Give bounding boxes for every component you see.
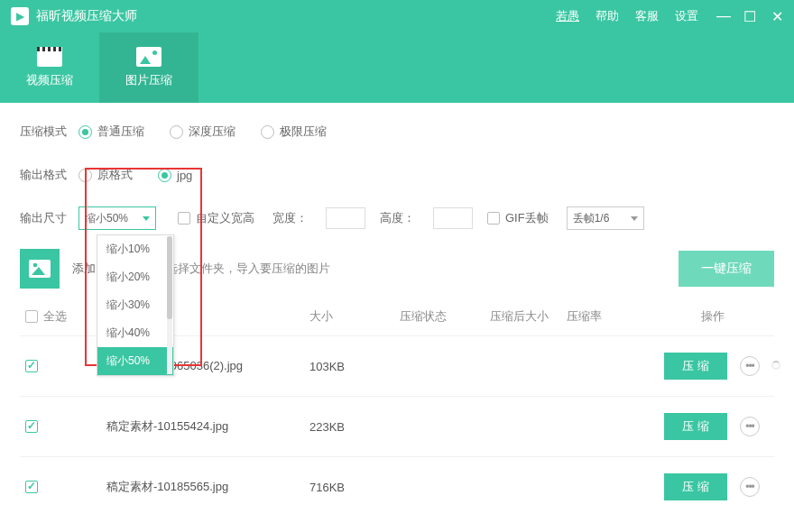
col-op: 操作 — [657, 308, 769, 325]
dropdown-option[interactable]: 缩小10% — [97, 235, 173, 263]
radio-jpg[interactable]: jpg — [158, 169, 192, 182]
label-size: 输出尺寸 — [20, 210, 78, 226]
titlebar-help[interactable]: 帮助 — [596, 8, 619, 24]
folder-hint: 选择文件夹，导入要压缩的图片 — [166, 261, 330, 277]
compress-button[interactable]: 压 缩 — [664, 413, 727, 440]
dropdown-option[interactable]: 缩小50% — [97, 347, 173, 375]
radio-normal[interactable]: 普通压缩 — [78, 124, 144, 140]
label-width: 宽度： — [272, 210, 308, 226]
size-select-value: 缩小50% — [85, 211, 128, 226]
width-input[interactable] — [326, 207, 365, 229]
radio-extreme[interactable]: 极限压缩 — [261, 124, 327, 140]
file-size: 103KB — [309, 360, 400, 373]
tab-video-compress[interactable]: 视频压缩 — [0, 32, 99, 103]
titlebar-settings[interactable]: 设置 — [675, 8, 698, 24]
col-after: 压缩后大小 — [490, 308, 567, 325]
compress-button[interactable]: 压 缩 — [664, 473, 727, 500]
col-status: 压缩状态 — [400, 308, 490, 325]
size-dropdown[interactable]: 缩小10%缩小20%缩小30%缩小40%缩小50% — [97, 234, 174, 376]
chevron-down-icon — [143, 216, 150, 221]
label-select-all: 全选 — [43, 308, 67, 325]
file-size: 223KB — [309, 420, 400, 434]
height-input[interactable] — [433, 207, 473, 229]
app-title: 福昕视频压缩大师 — [36, 8, 137, 24]
file-size: 716KB — [309, 481, 400, 494]
size-select[interactable]: 缩小50% — [78, 206, 156, 230]
frame-select[interactable]: 丢帧1/6 — [567, 206, 644, 230]
video-icon — [37, 47, 62, 67]
tab-video-label: 视频压缩 — [26, 72, 73, 88]
chevron-down-icon — [631, 216, 638, 221]
checkbox-gif-drop[interactable] — [487, 212, 500, 225]
file-name: 稿定素材-10185565.jpg — [106, 479, 309, 495]
label-mode: 压缩模式 — [20, 124, 78, 140]
label-custom-wh: 自定义宽高 — [196, 210, 254, 226]
scrollbar[interactable] — [167, 236, 172, 374]
close-button[interactable]: ✕ — [771, 8, 783, 25]
frame-select-value: 丢帧1/6 — [573, 211, 610, 226]
compress-all-button[interactable]: 一键压缩 — [679, 251, 774, 287]
label-format: 输出格式 — [20, 167, 78, 183]
row-checkbox[interactable] — [25, 360, 38, 372]
more-button[interactable]: ••• — [740, 477, 760, 497]
checkbox-custom-wh[interactable] — [178, 212, 190, 225]
radio-deep[interactable]: 深度压缩 — [170, 124, 235, 140]
checkbox-select-all[interactable] — [25, 310, 38, 323]
radio-original-format[interactable]: 原格式 — [78, 167, 133, 183]
minimize-button[interactable]: — — [716, 8, 729, 24]
col-ratio: 压缩率 — [567, 308, 657, 325]
image-icon — [136, 47, 162, 67]
dropdown-option[interactable]: 缩小40% — [97, 319, 173, 347]
dropdown-option[interactable]: 缩小20% — [97, 263, 173, 291]
image-add-icon — [20, 249, 60, 289]
app-logo-icon: ▶ — [11, 7, 29, 25]
compress-button[interactable]: 压 缩 — [664, 353, 727, 380]
tab-image-compress[interactable]: 图片压缩 — [99, 32, 198, 103]
row-checkbox[interactable] — [25, 481, 38, 493]
maximize-button[interactable]: ☐ — [743, 8, 756, 25]
loading-icon — [771, 361, 780, 370]
more-button[interactable]: ••• — [740, 417, 760, 436]
dropdown-option[interactable]: 缩小30% — [97, 291, 173, 319]
svg-point-1 — [33, 263, 38, 268]
col-size: 大小 — [309, 308, 400, 325]
label-gif-drop: GIF丢帧 — [505, 210, 549, 226]
titlebar-service[interactable]: 客服 — [635, 8, 659, 24]
add-files-button[interactable]: 添加 — [20, 249, 108, 289]
tab-image-label: 图片压缩 — [125, 72, 172, 88]
label-height: 高度： — [380, 210, 415, 226]
table-row: 稿定素材-10185565.jpg716KB压 缩••• — [20, 456, 774, 517]
more-button[interactable]: ••• — [740, 356, 760, 376]
titlebar-link-ruoyu[interactable]: 若愚 — [556, 8, 579, 24]
table-row: 稿定素材-10155424.jpg223KB压 缩••• — [20, 396, 774, 456]
file-name: 稿定素材-10155424.jpg — [106, 418, 309, 435]
row-checkbox[interactable] — [25, 420, 38, 433]
